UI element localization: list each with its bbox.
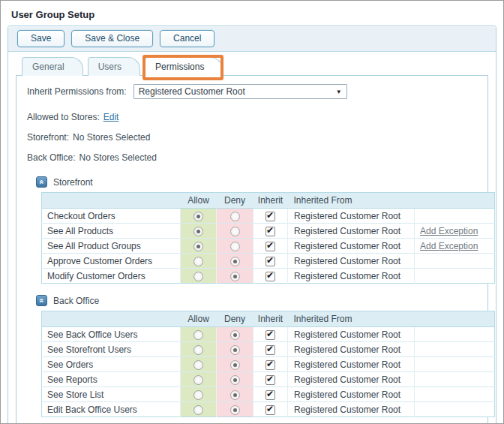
back-office-stores-line: Back Office: No Stores Selected <box>27 150 478 165</box>
section-title: Storefront <box>53 177 93 188</box>
inherit-checkbox[interactable] <box>266 227 275 236</box>
double-chevron-up-glyph: « <box>38 179 46 184</box>
save-and-close-button[interactable]: Save & Close <box>71 30 153 47</box>
deny-radio[interactable] <box>230 390 240 400</box>
section-header: « Back Office <box>36 295 478 306</box>
deny-radio[interactable] <box>230 242 240 251</box>
tab-permissions[interactable]: Permissions <box>145 57 223 76</box>
table-header-row: Allow Deny Inherit Inherited From <box>42 193 495 209</box>
dropdown-arrow-icon: ▼ <box>336 89 342 95</box>
page-title: User Group Setup <box>11 9 503 20</box>
permission-row: See Store List Registered Customer Root <box>42 387 495 402</box>
allowed-to-stores-label: Allowed to Stores: <box>27 112 100 122</box>
storefront-stores-value: No Stores Selected <box>73 132 150 143</box>
allow-radio[interactable] <box>194 390 203 400</box>
section-header: « Storefront <box>36 176 478 188</box>
allowed-to-stores-line: Allowed to Stores: Edit <box>27 110 478 125</box>
allow-radio[interactable] <box>194 227 203 236</box>
cancel-button[interactable]: Cancel <box>160 30 214 47</box>
permission-sections: « Storefront Allow Deny Inherit Inherite… <box>26 176 478 417</box>
inherited-from-value: Registered Customer Root <box>288 269 415 284</box>
inherit-checkbox[interactable] <box>266 257 275 266</box>
deny-radio[interactable] <box>230 375 240 385</box>
inherit-permissions-select[interactable]: Registered Customer Root ▼ <box>134 84 347 99</box>
allow-radio[interactable] <box>194 330 203 340</box>
inherited-from-value: Registered Customer Root <box>288 357 415 372</box>
inherit-checkbox[interactable] <box>266 390 275 400</box>
allow-radio[interactable] <box>194 375 203 385</box>
deny-radio[interactable] <box>230 257 240 266</box>
storefront-stores-line: Storefront: No Stores Selected <box>27 130 478 145</box>
permission-column-header <box>42 193 181 209</box>
permission-label: See All Products <box>42 224 181 239</box>
inherit-checkbox[interactable] <box>266 242 275 251</box>
permission-row: Checkout Orders Registered Customer Root <box>42 209 495 224</box>
permission-row: See Reports Registered Customer Root <box>42 372 495 387</box>
deny-column-header: Deny <box>217 193 254 209</box>
inherit-permissions-label: Inherit Permissions from: <box>27 86 127 97</box>
allow-radio[interactable] <box>194 257 203 266</box>
tab-users-label: Users <box>98 62 122 72</box>
deny-radio[interactable] <box>230 360 240 370</box>
permission-label: See All Product Groups <box>42 239 181 254</box>
save-button[interactable]: Save <box>17 30 64 47</box>
permission-row: See Back Office Users Registered Custome… <box>42 327 495 342</box>
tab-general-label: General <box>32 62 64 72</box>
permissions-tab-panel: Inherit Permissions from: Registered Cus… <box>16 75 488 424</box>
inherited-from-value: Registered Customer Root <box>288 239 415 254</box>
permission-label: Approve Customer Orders <box>42 254 181 269</box>
inherited-from-column-header: Inherited From <box>288 193 415 209</box>
permission-label: See Orders <box>42 357 181 372</box>
allow-column-header: Allow <box>181 311 217 327</box>
allow-radio[interactable] <box>194 345 203 355</box>
inherit-checkbox[interactable] <box>266 345 275 355</box>
edit-stores-link[interactable]: Edit <box>104 112 119 122</box>
tab-users[interactable]: Users <box>88 57 140 76</box>
user-group-setup-window: User Group Setup Save Save & Close Cance… <box>0 0 504 424</box>
inherit-checkbox[interactable] <box>266 272 275 281</box>
inherited-from-value: Registered Customer Root <box>288 387 415 402</box>
inherited-from-value: Registered Customer Root <box>288 372 415 387</box>
deny-radio[interactable] <box>230 405 240 415</box>
permission-label: See Storefront Users <box>42 342 181 357</box>
table-header-row: Allow Deny Inherit Inherited From <box>42 311 495 327</box>
permission-label: Edit Back Office Users <box>42 402 181 417</box>
tab-general[interactable]: General <box>22 57 83 76</box>
allow-radio[interactable] <box>194 272 203 281</box>
inherit-checkbox[interactable] <box>266 212 275 221</box>
allow-radio[interactable] <box>194 360 203 370</box>
permission-row: Edit Back Office Users Registered Custom… <box>42 402 495 417</box>
deny-radio[interactable] <box>230 272 240 281</box>
inherited-from-value: Registered Customer Root <box>288 254 415 269</box>
deny-column-header: Deny <box>217 311 254 327</box>
permission-column-header <box>42 311 181 327</box>
allow-radio[interactable] <box>194 212 203 221</box>
inherit-permissions-line: Inherit Permissions from: Registered Cus… <box>27 84 478 99</box>
add-exception-link[interactable]: Add Exception <box>420 226 478 236</box>
inherited-from-value: Registered Customer Root <box>288 327 415 342</box>
add-exception-link[interactable]: Add Exception <box>420 241 478 251</box>
collapse-icon[interactable]: « <box>36 176 47 188</box>
inherit-permissions-selected-value: Registered Customer Root <box>139 86 245 97</box>
exception-column-header <box>415 193 495 209</box>
tab-permissions-label: Permissions <box>155 62 204 72</box>
allow-radio[interactable] <box>194 242 203 251</box>
permission-label: Checkout Orders <box>42 209 181 224</box>
deny-radio[interactable] <box>230 345 240 355</box>
inherit-checkbox[interactable] <box>266 405 275 415</box>
inherit-checkbox[interactable] <box>266 330 275 340</box>
deny-radio[interactable] <box>230 330 240 340</box>
allow-radio[interactable] <box>194 405 203 415</box>
deny-radio[interactable] <box>230 227 240 236</box>
deny-radio[interactable] <box>230 212 240 221</box>
inherited-from-value: Registered Customer Root <box>288 209 415 224</box>
collapse-icon[interactable]: « <box>36 295 47 306</box>
permission-label: Modify Customer Orders <box>42 269 181 284</box>
inherit-checkbox[interactable] <box>266 360 275 370</box>
inherit-checkbox[interactable] <box>266 375 275 385</box>
storefront-stores-label: Storefront: <box>27 132 69 143</box>
permission-label: See Reports <box>42 372 181 387</box>
permission-row: Modify Customer Orders Registered Custom… <box>42 269 495 284</box>
permission-label: See Store List <box>42 387 181 402</box>
permissions-section: « Storefront Allow Deny Inherit Inherite… <box>26 176 478 284</box>
